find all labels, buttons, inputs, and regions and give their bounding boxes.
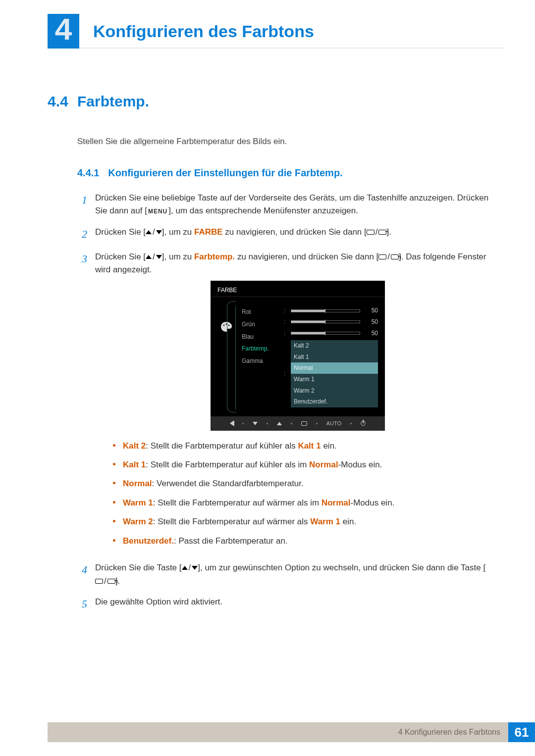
subsection-number: 4.4.1: [77, 167, 99, 178]
bullet-normal: Normal: Verwendet die Standardfarbtemper…: [113, 477, 500, 490]
svg-point-0: [223, 325, 224, 326]
bullet-benutzerdef: Benutzerdef.: Passt die Farbtemperatur a…: [113, 535, 500, 548]
bullet-warm2: Warm 2: Stellt die Farbtemperatur auf wä…: [113, 515, 500, 528]
osd-opt-normal: Normal: [291, 362, 378, 374]
arrows-icon: /: [146, 226, 162, 239]
osd-opt-kalt1: Kalt 1: [291, 352, 378, 363]
up-icon: [277, 422, 282, 425]
osd-opt-warm1: Warm 1: [291, 374, 378, 385]
step-3: 3 Drücken Sie [/], um zu Farbtemp. zu na…: [77, 251, 500, 554]
osd-opt-warm2: Warm 2: [291, 385, 378, 397]
section-intro: Stellen Sie die allgemeine Farbtemperatu…: [77, 137, 500, 147]
auto-label: AUTO: [326, 419, 341, 428]
step-number: 3: [77, 251, 87, 554]
bullet-kalt1: Kalt 1: Stellt die Farbtemperatur auf kü…: [113, 458, 500, 471]
osd-bar-blau: :50: [284, 329, 378, 338]
term-farbe: FARBE: [194, 227, 223, 237]
step-number: 2: [77, 226, 87, 243]
step-number: 5: [77, 596, 87, 612]
option-bullets: Kalt 2: Stellt die Farbtemperatur auf kü…: [113, 440, 500, 548]
osd-title: FARBE: [211, 284, 385, 298]
step-5: 5 Die gewählte Option wird aktiviert.: [77, 596, 500, 612]
footer-text: 4 Konfigurieren des Farbtons: [48, 722, 508, 742]
step-body: Drücken Sie die Taste [/], um zur gewüns…: [95, 561, 500, 588]
osd-row-rot: Rot: [242, 306, 279, 318]
subsection-title: Konfigurieren der Einstellungen für die …: [108, 167, 342, 178]
osd-opt-kalt2: Kalt 2: [291, 340, 378, 352]
section-heading: 4.4 Farbtemp.: [48, 93, 500, 110]
chapter-number-box: 4: [48, 14, 79, 49]
osd-row-gruen: Grün: [242, 318, 279, 331]
step-body: Drücken Sie [/], um zu FARBE zu navigier…: [95, 226, 500, 243]
enter-icon: /: [367, 226, 387, 239]
step-1: 1 Drücken Sie eine beliebige Taste auf d…: [77, 192, 500, 218]
menu-icon: MENU: [147, 207, 168, 216]
bullet-kalt2: Kalt 2: Stellt die Farbtemperatur auf kü…: [113, 440, 500, 453]
osd-row-farbtemp: Farbtemp.: [242, 343, 279, 355]
step-body: Die gewählte Option wird aktiviert.: [95, 596, 500, 612]
step-2: 2 Drücken Sie [/], um zu FARBE zu navigi…: [77, 226, 500, 243]
osd-footer: AUTO: [211, 416, 385, 431]
step-body: Drücken Sie eine beliebige Taste auf der…: [95, 192, 500, 218]
section-number: 4.4: [48, 93, 77, 110]
enter-icon: /: [95, 575, 115, 588]
chapter-title: Konfigurieren des Farbtons: [93, 22, 314, 41]
chapter-header: 4 Konfigurieren des Farbtons: [48, 14, 505, 49]
arrows-icon: /: [182, 561, 198, 574]
step-4: 4 Drücken Sie die Taste [/], um zur gewü…: [77, 561, 500, 588]
osd-row-gamma: Gamma: [242, 355, 279, 367]
osd-option-list: Kalt 2 Kalt 1 Normal Warm 1 Warm 2 Benut…: [291, 340, 378, 407]
back-icon: [230, 421, 233, 426]
osd-bar-rot: :50: [284, 306, 378, 315]
content: 4.4 Farbtemp. Stellen Sie die allgemeine…: [48, 93, 500, 620]
osd-bar-gruen: :50: [284, 317, 378, 327]
power-icon: [361, 421, 366, 426]
enter-icon: /: [378, 251, 399, 263]
bullet-warm1: Warm 1: Stellt die Farbtemperatur auf wä…: [113, 497, 500, 509]
term-farbtemp: Farbtemp.: [194, 252, 235, 261]
chapter-number: 4: [55, 14, 72, 45]
enter-icon: [301, 421, 307, 426]
step-body: Drücken Sie [/], um zu Farbtemp. zu navi…: [95, 251, 500, 554]
footer-page-number: 61: [508, 722, 535, 742]
subsection-heading: 4.4.1 Konfigurieren der Einstellungen fü…: [77, 167, 500, 179]
step-list: 1 Drücken Sie eine beliebige Taste auf d…: [77, 192, 500, 612]
down-icon: [253, 422, 258, 425]
section-title: Farbtemp.: [77, 93, 149, 110]
osd-left-labels: Rot Grün Blau Farbtemp. Gamma: [235, 306, 279, 409]
arrows-icon: /: [146, 251, 162, 263]
osd-row-blau: Blau: [242, 331, 279, 343]
step-number: 1: [77, 192, 87, 218]
step-number: 4: [77, 561, 87, 588]
osd-right: :50 :50 :50 : Kalt 2 Kalt 1 Normal Warm …: [279, 306, 378, 409]
header-rule: [79, 48, 505, 49]
page-footer: 4 Konfigurieren des Farbtons 61: [48, 722, 535, 742]
osd-opt-benutzer: Benutzerdef.: [291, 396, 378, 407]
osd-mock: FARBE Rot Grün Blau Farbtemp. Gamma: [211, 281, 385, 431]
